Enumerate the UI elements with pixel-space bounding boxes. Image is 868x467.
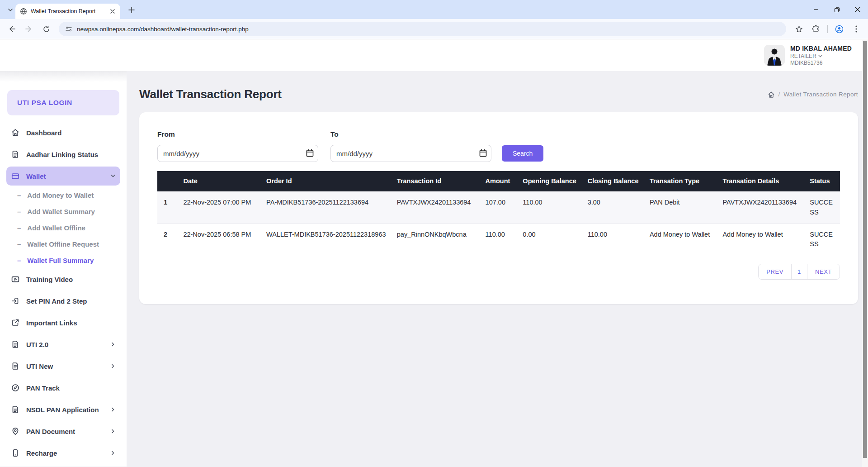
wallet-icon — [11, 172, 20, 181]
cell-transaction-id: pay_RinnONKbqWbcna — [392, 223, 480, 255]
new-tab-button[interactable] — [126, 4, 137, 16]
window-close-button[interactable] — [847, 0, 868, 19]
column-header-opening-balance: Opening Balance — [517, 171, 582, 191]
forward-button[interactable] — [22, 22, 36, 36]
sidebar-subitem-add-money-to-wallet[interactable]: –Add Money to Wallet — [6, 187, 120, 203]
user-id: MDIKB51736 — [790, 60, 852, 66]
cell-amount: 110.00 — [480, 223, 518, 255]
chevron-right-icon — [110, 363, 116, 369]
dash-icon: – — [17, 208, 21, 215]
sidebar-item-wallet[interactable]: Wallet — [6, 167, 120, 186]
restore-icon — [834, 7, 840, 13]
window-minimize-button[interactable] — [806, 0, 826, 19]
next-page-button[interactable]: NEXT — [807, 264, 840, 279]
sidebar-item-label: PAN Track — [26, 384, 116, 392]
sidebar-item-label: NSDL PAN Application — [26, 406, 104, 414]
document-icon — [11, 405, 20, 414]
search-button[interactable]: Search — [502, 145, 543, 162]
document-icon — [11, 340, 20, 349]
compass-icon — [11, 383, 20, 392]
to-date-input[interactable] — [330, 145, 491, 162]
column-header-order-id: Order Id — [261, 171, 392, 191]
user-menu[interactable]: MD IKBAL AHAMED RETAILER MDIKB51736 — [764, 45, 852, 66]
prev-page-button[interactable]: PREV — [759, 264, 791, 279]
sidebar-item-training-video[interactable]: Training Video — [6, 268, 120, 290]
cell-order-id: WALLET-MDIKB51736-20251122318963 — [261, 223, 392, 255]
browser-menu-button[interactable] — [849, 22, 863, 36]
report-card: From To — [139, 112, 858, 304]
chevron-right-icon — [110, 342, 116, 347]
cell-opening-balance: 110.00 — [517, 191, 582, 223]
sidebar-item-set-pin-and-2-step[interactable]: Set PIN And 2 Step — [6, 290, 120, 312]
tab-title: Wallet Transaction Report — [31, 8, 105, 14]
sidebar-item-pan-track[interactable]: PAN Track — [6, 377, 120, 399]
cell-date: 22-Nov-2025 06:58 PM — [178, 223, 261, 255]
sidebar-item-nsdl-pan-application[interactable]: NSDL PAN Application — [6, 399, 120, 420]
table-row: 122-Nov-2025 07:00 PMPA-MDIKB51736-20251… — [157, 191, 840, 223]
top-header: MD IKBAL AHAMED RETAILER MDIKB51736 — [127, 39, 868, 71]
from-date-input[interactable] — [157, 145, 318, 162]
sidebar-item-label: UTI New — [26, 362, 104, 370]
from-label: From — [157, 130, 318, 138]
cell-transation-details: Add Money to Wallet — [717, 223, 804, 255]
map-pin-icon — [11, 427, 20, 436]
sidebar-subitem-add-wallet-summary[interactable]: –Add Wallet Summary — [6, 203, 120, 219]
sidebar-item-label: Set PIN And 2 Step — [26, 297, 116, 305]
scrollbar-thumb[interactable] — [863, 41, 867, 458]
browser-toolbar: newpsa.onlinepsa.com/dashboard/wallet-tr… — [0, 19, 868, 39]
minimize-icon — [813, 7, 819, 12]
reload-button[interactable] — [39, 22, 53, 36]
sidebar-item-aadhar-linking-status[interactable]: Aadhar Linking Status — [6, 143, 120, 165]
sidebar-item-pan-document[interactable]: PAN Document — [6, 420, 120, 442]
profile-button[interactable] — [832, 22, 846, 36]
sidebar-item-label: Important Links — [26, 319, 116, 327]
sidebar-item-important-links[interactable]: Important Links — [6, 312, 120, 334]
browser-tab[interactable]: Wallet Transaction Report — [15, 4, 120, 19]
sidebar-subitem-label: Wallet Full Summary — [27, 257, 94, 264]
sidebar-subitem-label: Add Money to Wallet — [27, 191, 94, 199]
cell-amount: 107.00 — [480, 191, 518, 223]
tab-close-icon[interactable] — [108, 7, 117, 15]
window-controls — [806, 0, 868, 19]
sidebar-item-label: UTI 2.0 — [26, 341, 104, 348]
window-restore-button[interactable] — [826, 0, 847, 19]
sidebar-subitem-add-wallet-offline[interactable]: –Add Wallet Offline — [6, 219, 120, 236]
sidebar-item-uti-new[interactable]: UTI New — [6, 355, 120, 377]
calendar-icon[interactable] — [479, 149, 487, 157]
dash-icon: – — [17, 224, 21, 232]
forward-arrow-icon — [25, 25, 33, 33]
sidebar-item-label: Wallet — [26, 172, 104, 180]
dash-icon: – — [17, 257, 21, 264]
sidebar-item-dashboard[interactable]: Dashboard — [6, 122, 120, 143]
page-title: Wallet Transaction Report — [139, 87, 282, 101]
column-header-transaction-id: Transaction Id — [392, 171, 480, 191]
reload-icon — [42, 25, 50, 33]
sidebar-subitem-wallet-offline-request[interactable]: –Wallet Offline Request — [6, 236, 120, 252]
bookmark-button[interactable] — [792, 22, 806, 36]
site-info-icon[interactable] — [65, 25, 72, 33]
page-number-button[interactable]: 1 — [791, 264, 807, 279]
calendar-icon[interactable] — [306, 149, 314, 157]
cell-index: 1 — [157, 191, 178, 223]
sidebar-item-recharge[interactable]: Recharge — [6, 442, 120, 464]
cell-opening-balance: 0.00 — [517, 223, 582, 255]
brand-label: UTI PSA LOGIN — [17, 99, 72, 107]
breadcrumb-current: Wallet Transaction Report — [783, 91, 858, 98]
sidebar-subitem-wallet-full-summary[interactable]: –Wallet Full Summary — [6, 252, 120, 268]
user-name: MD IKBAL AHAMED — [790, 45, 852, 52]
home-icon[interactable] — [768, 91, 775, 98]
content-area: Wallet Transaction Report / Wallet Trans… — [127, 71, 868, 467]
home-icon — [11, 128, 20, 137]
url-bar[interactable]: newpsa.onlinepsa.com/dashboard/wallet-tr… — [59, 22, 786, 36]
column-header-transation-type: Transation Type — [644, 171, 717, 191]
tab-search-button[interactable] — [5, 4, 16, 16]
back-button[interactable] — [5, 22, 19, 36]
extensions-button[interactable] — [809, 22, 823, 36]
table-row: 222-Nov-2025 06:58 PMWALLET-MDIKB51736-2… — [157, 223, 840, 255]
breadcrumb-separator: / — [778, 91, 780, 98]
cell-transation-type: PAN Debit — [644, 191, 717, 223]
avatar — [764, 45, 785, 66]
sidebar-item-label: Training Video — [26, 276, 116, 283]
transactions-table: DateOrder IdTransaction IdAmountOpening … — [157, 171, 840, 255]
sidebar-item-uti-2-0[interactable]: UTI 2.0 — [6, 334, 120, 355]
